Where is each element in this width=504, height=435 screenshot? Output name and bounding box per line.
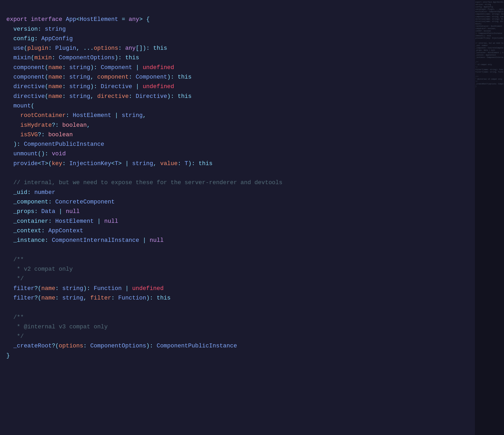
minimap-line: * v2 compat only: [475, 64, 503, 66]
minimap-line: unmount(): void: [475, 35, 503, 37]
minimap-line: isHydrate?: boolean,: [475, 28, 503, 30]
minimap-line: }: [475, 85, 503, 88]
minimap-line: use(plugin: Plugin, ...options: any[]): …: [475, 8, 503, 11]
minimap-line: /**: [475, 61, 503, 64]
minimap-line: provide<T>(key: InjectionKey<T> | string…: [475, 37, 503, 39]
minimap-sidebar: export interface App<HostElement = any> …: [475, 0, 504, 435]
code-content: export interface App<HostElement = any> …: [6, 5, 469, 370]
minimap-line: component(name: string): Component | und…: [475, 13, 503, 15]
minimap-line: isSVG?: boolean: [475, 30, 503, 32]
minimap-line: [475, 73, 503, 76]
minimap-line: filter?(name: string, filter: Function):…: [475, 71, 503, 73]
minimap-content: export interface App<HostElement = any> …: [475, 0, 504, 89]
minimap-line: /**: [475, 76, 503, 78]
minimap-line: _container: HostElement | null: [475, 52, 503, 54]
minimap-line: component(name: string, component: Compo…: [475, 16, 503, 18]
minimap-line: config: AppConfig: [475, 6, 503, 8]
minimap-line: _uid: number: [475, 44, 503, 47]
code-editor: export interface App<HostElement = any> …: [0, 0, 475, 435]
minimap-line: _props: Data | null: [475, 49, 503, 52]
minimap-line: directive(name: string, directive: Direc…: [475, 20, 503, 23]
minimap-line: _context: AppContext: [475, 54, 503, 56]
minimap-line: */: [475, 66, 503, 69]
minimap-line: filter?(name: string): Function | undefi…: [475, 69, 503, 71]
minimap-line: export interface App<HostElement = any> …: [475, 1, 503, 3]
minimap-line: ): ComponentPublicInstance: [475, 32, 503, 35]
minimap-line: version: string: [475, 3, 503, 6]
minimap-line: rootContainer: HostElement | string,: [475, 25, 503, 28]
minimap-line: mixin(mixin: ComponentOptions): this: [475, 11, 503, 13]
minimap-line: _createRoot?(options: ComponentOptions):…: [475, 83, 503, 85]
minimap-line: [475, 40, 503, 42]
minimap-line: [475, 59, 503, 61]
minimap-line: directive(name: string): Directive | und…: [475, 18, 503, 20]
minimap-line: */: [475, 80, 503, 83]
minimap-line: _instance: ComponentInternalInstance | n…: [475, 56, 503, 59]
minimap-line: mount(: [475, 23, 503, 25]
minimap-line: _component: ConcreteComponent: [475, 47, 503, 49]
minimap-line: // internal, but we need to expose these…: [475, 42, 503, 44]
minimap-line: * @internal v3 compat only: [475, 78, 503, 80]
